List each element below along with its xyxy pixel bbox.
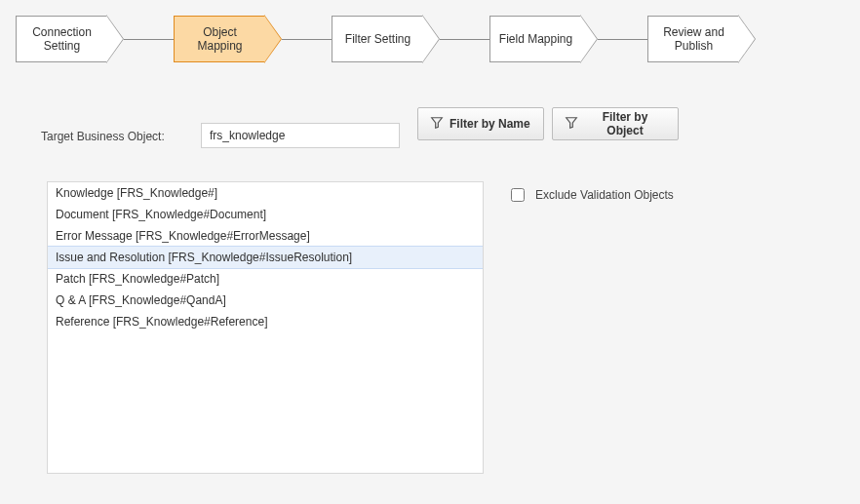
wizard-step-field-mapping[interactable]: Field Mapping [489,16,597,62]
funnel-icon [565,116,578,133]
chevron-right-icon [106,16,123,62]
list-item[interactable]: Knowledge [FRS_Knowledge#] [48,182,483,204]
wizard-step-filter-setting[interactable]: Filter Setting [332,16,439,62]
list-item[interactable]: Patch [FRS_Knowledge#Patch] [48,268,483,290]
chevron-right-icon [264,16,281,62]
target-business-object-label: Target Business Object: [41,130,165,143]
exclude-validation-objects-label: Exclude Validation Objects [535,188,674,202]
filter-by-name-label: Filter by Name [450,117,530,131]
filter-by-object-button[interactable]: Filter by Object [552,107,679,140]
list-item[interactable]: Issue and Resolution [FRS_Knowledge#Issu… [48,246,483,269]
business-object-listbox[interactable]: Knowledge [FRS_Knowledge#]Document [FRS_… [47,181,484,474]
list-item[interactable]: Q & A [FRS_Knowledge#QandA] [48,290,483,311]
step-connector [124,39,175,40]
list-item[interactable]: Document [FRS_Knowledge#Document] [48,204,483,225]
list-item[interactable]: Reference [FRS_Knowledge#Reference] [48,311,483,332]
wizard-step-label: Review and Publish [647,16,739,62]
filter-by-name-button[interactable]: Filter by Name [417,107,544,140]
wizard-step-label: Connection Setting [16,16,107,62]
step-connector [598,39,648,40]
exclude-validation-objects-checkbox[interactable] [511,188,525,202]
step-connector [282,39,332,40]
chevron-right-icon [738,16,755,62]
list-item[interactable]: Error Message [FRS_Knowledge#ErrorMessag… [48,225,483,247]
exclude-validation-objects[interactable]: Exclude Validation Objects [507,185,674,205]
chevron-right-icon [580,16,597,62]
wizard-step-connection-setting[interactable]: Connection Setting [16,16,123,62]
filter-by-object-label: Filter by Object [584,110,666,137]
wizard-step-object-mapping[interactable]: Object Mapping [174,16,281,62]
wizard-step-label: Object Mapping [174,16,265,62]
wizard-step-label: Field Mapping [489,16,581,62]
chevron-right-icon [422,16,439,62]
object-mapping-screen: Connection SettingObject MappingFilter S… [0,0,860,504]
funnel-icon [430,116,444,133]
step-connector [440,39,490,40]
wizard-step-label: Filter Setting [332,16,423,62]
wizard-steps: Connection SettingObject MappingFilter S… [16,10,755,68]
wizard-step-review-and-publish[interactable]: Review and Publish [647,16,755,62]
target-business-object-input[interactable] [201,123,400,148]
